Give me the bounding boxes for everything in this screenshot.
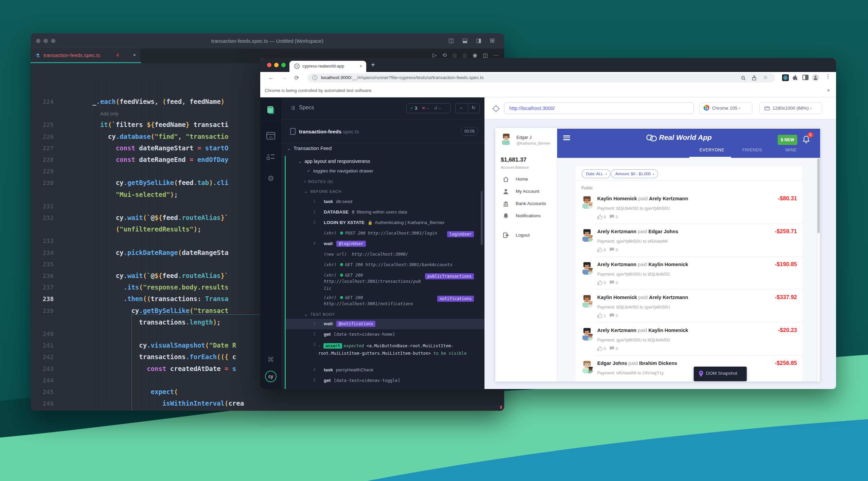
transaction-row[interactable]: Kaylin Homenick paid Arely KertzmannPaym… <box>575 290 802 323</box>
command-row[interactable]: 3LOGIN BY XSTATE🔒Authenticating | Kathar… <box>286 218 484 228</box>
like-icon[interactable] <box>597 281 603 285</box>
share-icon[interactable] <box>751 75 757 81</box>
titlebar-layout-icons[interactable]: ◫ ⬓ ◨ ⊞ <box>448 37 498 44</box>
code-line[interactable]: 247 start: startOfDayUTC(dateRangeStart)… <box>31 409 504 411</box>
receiver-name[interactable]: Arely Kertzmann <box>649 295 688 300</box>
transaction-row[interactable]: Edgar Johns paid Ibrahim DickensPayment:… <box>575 356 802 382</box>
comment-icon[interactable] <box>609 314 615 318</box>
command-row[interactable]: 5get[data-test=sidenav-toggle] <box>286 375 484 386</box>
collapse-chevron-icon[interactable]: ⌄ <box>459 105 463 110</box>
profile-icon[interactable] <box>812 74 819 81</box>
comment-icon[interactable] <box>609 248 615 252</box>
filter-chip-date[interactable]: Date: ALL▾ <box>582 169 610 178</box>
vscode-titlebar[interactable]: transaction-feeds.spec.ts — Untitled (Wo… <box>31 33 504 49</box>
sender-name[interactable]: Kaylin Homenick <box>597 295 637 300</box>
tab-everyone[interactable]: EVERYONE <box>699 148 724 152</box>
receiver-name[interactable]: Arely Kertzmann <box>649 196 688 201</box>
menu-dots-icon[interactable]: ⋮ <box>826 73 831 79</box>
selector-playground-icon[interactable] <box>492 105 500 113</box>
comment-icon[interactable] <box>609 281 615 285</box>
refresh-icon[interactable]: ↻ <box>472 105 476 110</box>
code-line[interactable]: 246 isWithinInterval(crea <box>31 397 504 409</box>
transaction-row[interactable]: Arely Kertzmann paid Kaylin HomenickPaym… <box>575 323 802 356</box>
sidebar-item-bank-accounts[interactable]: Bank Accounts <box>495 199 557 209</box>
command-row[interactable]: 2DATABASE⚲filtering within users data <box>286 207 484 218</box>
extensions-puzzle-icon[interactable] <box>792 75 798 81</box>
suite-app-layout[interactable]: ⌄ app layout and responsiveness <box>286 156 484 167</box>
chrome-close-button[interactable] <box>267 63 271 67</box>
command-row[interactable]: 4taskpercyHealthCheck <box>286 365 484 375</box>
app-url-input[interactable]: http://localhost:3000/ <box>504 103 694 114</box>
chevron-down-icon[interactable]: ⌄ <box>298 159 302 164</box>
receiver-name[interactable]: Edgar Johns <box>649 229 678 234</box>
sender-name[interactable]: Arely Kertzmann <box>597 262 636 267</box>
test-toggles-navigation-drawer[interactable]: ✓toggles the navigation drawer <box>286 167 484 177</box>
keyboard-shortcuts-icon[interactable]: ⌘ <box>267 355 274 364</box>
specs-menu-icon[interactable]: ⇶ <box>291 105 295 110</box>
receiver-name[interactable]: Kaylin Homenick <box>649 328 688 333</box>
sidebar-item-logout[interactable]: Logout <box>495 230 557 241</box>
chrome-minimize-button[interactable] <box>274 63 279 67</box>
like-icon[interactable] <box>597 248 603 252</box>
tab-close-icon[interactable]: × <box>133 52 136 58</box>
sender-name[interactable]: Arely Kertzmann <box>597 328 636 333</box>
new-transaction-button[interactable]: $ NEW <box>778 135 797 145</box>
section-test-body[interactable]: ⌄ TEST BODY <box>286 308 484 319</box>
receiver-name[interactable]: Kaylin Homenick <box>649 262 688 267</box>
transaction-row[interactable]: Kaylin Homenick paid Arely KertzmannPaym… <box>575 191 802 224</box>
viewport-select[interactable]: 1280x1000 (68%) ▾ <box>759 103 822 114</box>
chevron-down-icon[interactable]: ⌄ <box>304 188 308 194</box>
tab-mine[interactable]: MINE <box>785 148 797 152</box>
like-icon[interactable] <box>597 314 603 318</box>
transaction-row[interactable]: Arely Kertzmann paid Kaylin HomenickPaym… <box>575 257 802 290</box>
editor-action-icons[interactable]: ▷⟲◎◎◉◫⋯ <box>427 52 499 58</box>
section-routes[interactable]: › ROUTES (6) <box>286 177 484 186</box>
sidebar-item-home[interactable]: Home <box>495 174 557 185</box>
command-row[interactable]: 4wait@loginUser <box>286 239 484 249</box>
command-row[interactable]: 1wait@notifications <box>286 319 484 329</box>
tab-friends[interactable]: FRIENDS <box>742 148 762 152</box>
like-icon[interactable] <box>597 347 603 351</box>
browser-tab[interactable]: cy cypress-realworld-app × <box>289 61 366 72</box>
new-tab-button[interactable]: + <box>371 61 375 69</box>
debug-icon[interactable]: x <box>267 153 275 162</box>
sender-name[interactable]: Arely Kertzmann <box>597 229 636 234</box>
reporter-scrollbar[interactable] <box>481 191 483 245</box>
app-scrollbar[interactable] <box>816 158 820 382</box>
forward-icon[interactable]: → <box>281 74 287 81</box>
command-row[interactable]: 1taskdb:seed <box>286 197 484 207</box>
sender-name[interactable]: Kaylin Homenick <box>597 196 637 201</box>
like-icon[interactable] <box>597 215 603 219</box>
settings-gear-icon[interactable]: ⚙ <box>267 174 274 183</box>
address-bar[interactable]: i localhost:3000/__/#/specs/runner?file=… <box>307 73 775 82</box>
spec-file-name[interactable]: transaction-feeds.spec.ts <box>299 129 359 134</box>
runs-icon[interactable]: <> <box>266 132 275 141</box>
browser-tab-close-icon[interactable]: × <box>359 63 362 69</box>
side-panel-icon[interactable] <box>802 75 809 80</box>
comment-icon[interactable] <box>609 215 615 219</box>
section-before-each[interactable]: ⌄ BEFORE EACH <box>286 186 484 197</box>
filter-chip-amount[interactable]: Amount: $0 - $1,000▾ <box>611 169 658 178</box>
command-row[interactable]: 2get[data-test=sidenav-home] <box>286 329 484 340</box>
infobar-close-icon[interactable]: × <box>827 87 830 93</box>
chevron-right-icon[interactable]: › <box>304 179 306 184</box>
sidebar-item-notifications[interactable]: Notifications <box>495 211 557 222</box>
assert-row[interactable]: 3- assert expected <a.MuiButtonBase-root… <box>286 340 484 365</box>
chevron-down-icon[interactable]: ⌄ <box>304 311 308 317</box>
receiver-name[interactable]: Ibrahim Dickens <box>639 360 677 366</box>
site-info-icon[interactable]: i <box>312 75 317 80</box>
specs-icon[interactable] <box>266 106 275 116</box>
react-devtools-icon[interactable] <box>782 74 789 81</box>
bookmark-star-icon[interactable]: ☆ <box>763 74 768 80</box>
hamburger-icon[interactable] <box>563 135 570 140</box>
sender-name[interactable]: Edgar Johns <box>597 360 627 366</box>
sidebar-item-my-account[interactable]: My Account <box>495 186 557 197</box>
cypress-logo-icon[interactable]: cy <box>265 371 277 382</box>
suite-transaction-feed[interactable]: ⌄ Transaction Feed <box>287 146 332 151</box>
reload-icon[interactable]: ⟳ <box>294 74 299 81</box>
zoom-icon[interactable] <box>741 75 746 81</box>
transaction-row[interactable]: Arely Kertzmann paid Edgar JohnsPayment:… <box>575 224 802 257</box>
editor-tab[interactable]: ⚗ transaction-feeds.spec.ts 4 × <box>31 49 141 63</box>
comment-icon[interactable] <box>609 347 615 351</box>
browser-select[interactable]: Chrome 105 ▾ <box>699 103 752 114</box>
